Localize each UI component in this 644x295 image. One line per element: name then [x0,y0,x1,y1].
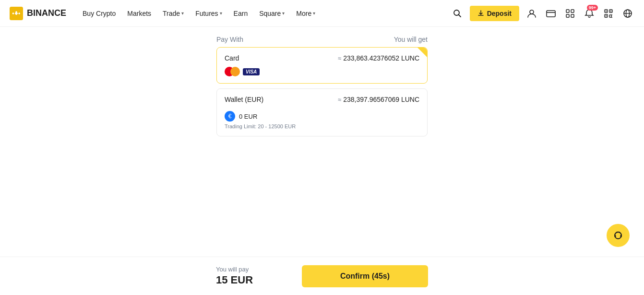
nav-more[interactable]: More ▾ [291,7,320,20]
card-option-name: Card [225,54,239,62]
svg-rect-11 [606,11,607,12]
pay-amount: 15 EUR [216,274,253,286]
header-actions: Deposit 99+ [451,6,634,21]
trade-chevron: ▾ [181,11,184,16]
headset-icon [613,230,623,241]
card-payment-option[interactable]: Card ≈233,863.42376052 LUNC VISA [216,47,428,84]
nav-futures[interactable]: Futures ▾ [191,7,227,20]
nav-buy-crypto[interactable]: Buy Crypto [78,7,120,20]
svg-rect-7 [571,10,574,12]
wallet-balance: 0 EUR [239,113,257,120]
qr-icon[interactable] [602,7,615,20]
nav-earn[interactable]: Earn [229,7,253,20]
notification-icon[interactable]: 99+ [583,7,596,20]
pay-with-label: Pay With [216,36,243,43]
bottom-bar: You will pay 15 EUR Confirm (45s) [0,257,644,295]
support-button[interactable] [607,224,630,247]
card-icon[interactable] [544,7,558,20]
pay-info: You will pay 15 EUR [216,266,253,286]
svg-rect-25 [620,235,622,237]
wallet-option-amount: ≈238,397.96567069 LUNC [338,96,419,103]
you-will-get-label: You will get [394,36,428,43]
wallet-approx: ≈ [338,96,341,103]
svg-rect-24 [615,235,616,237]
deposit-icon [477,10,484,17]
main-content: Pay With You will get Card ≈233,863.4237… [0,27,644,141]
section-header-row: Pay With You will get [216,36,428,43]
nav-trade[interactable]: Trade ▾ [158,7,189,20]
wallet-option-top: Wallet (EUR) ≈238,397.96567069 LUNC [225,96,419,108]
deposit-button[interactable]: Deposit [470,6,519,21]
svg-rect-4 [547,11,555,17]
notification-badge: 99+ [587,5,598,11]
svg-rect-15 [606,15,607,16]
svg-point-3 [530,10,534,14]
main-nav: Buy Crypto Markets Trade ▾ Futures ▾ Ear… [78,7,451,20]
nav-markets[interactable]: Markets [122,7,156,20]
header: BINANCE Buy Crypto Markets Trade ▾ Futur… [0,0,644,27]
logo[interactable]: BINANCE [10,7,66,20]
trading-limit: Trading Limit: 20 - 12500 EUR [225,123,419,129]
wallet-euro-icon: € [225,111,235,122]
card-option-amount: ≈233,863.42376052 LUNC [338,54,419,62]
futures-chevron: ▾ [220,11,222,16]
card-approx: ≈ [338,55,341,62]
svg-rect-6 [566,10,569,12]
grid-icon[interactable] [563,7,577,20]
wallet-payment-option[interactable]: Wallet (EUR) ≈238,397.96567069 LUNC € 0 … [216,88,428,136]
confirm-button[interactable]: Confirm (45s) [302,265,428,287]
svg-rect-13 [610,11,611,12]
more-chevron: ▾ [313,11,315,16]
card-icons: VISA [225,67,419,76]
payment-section: Pay With You will get Card ≈233,863.4237… [216,36,428,141]
mastercard-icon [225,67,240,76]
logo-text: BINANCE [27,8,66,18]
you-will-pay-label: You will pay [216,266,253,273]
nav-square[interactable]: Square ▾ [254,7,289,20]
wallet-option-name: Wallet (EUR) [225,96,263,103]
svg-rect-8 [566,14,569,17]
search-icon[interactable] [451,7,464,20]
profile-icon[interactable] [525,7,538,20]
card-option-top: Card ≈233,863.42376052 LUNC [225,54,419,67]
visa-icon: VISA [243,68,260,75]
globe-icon[interactable] [621,7,634,20]
svg-rect-9 [571,14,574,17]
square-chevron: ▾ [282,11,285,16]
wallet-balance-row: € 0 EUR [225,111,419,122]
binance-logo-icon [10,7,23,20]
svg-line-2 [458,14,461,17]
